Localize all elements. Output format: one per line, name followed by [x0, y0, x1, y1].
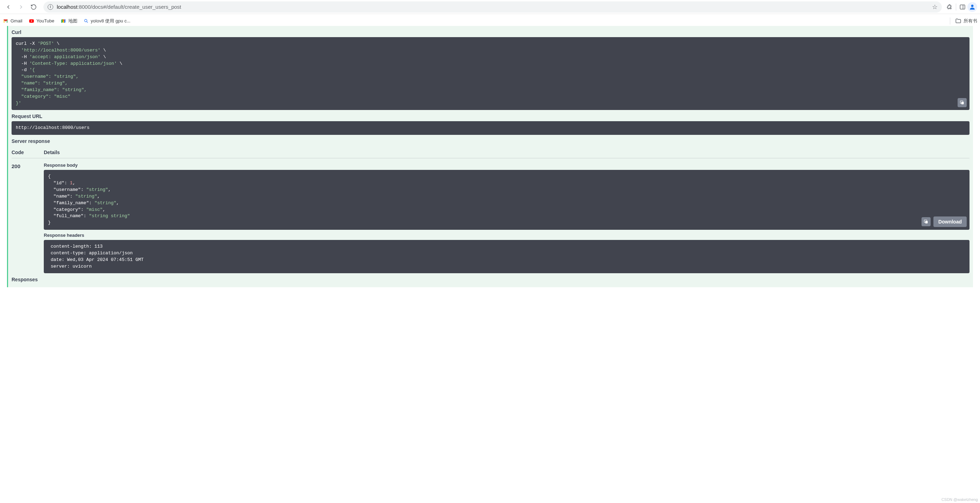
site-info-icon[interactable]: i [48, 4, 53, 10]
details-column-header: Details [44, 150, 969, 155]
response-row-200: 200 Response body { "id": 1, "username":… [11, 162, 969, 273]
bookmark-maps[interactable]: 地图 [60, 18, 77, 24]
responses-section-label: Responses [11, 273, 969, 283]
bookmark-label: YouTube [37, 18, 54, 24]
request-url-label: Request URL [11, 110, 969, 121]
svg-rect-7 [961, 102, 964, 104]
svg-point-2 [971, 5, 974, 7]
bookmark-label: 所有书 [964, 18, 977, 24]
copy-curl-button[interactable] [958, 98, 967, 107]
download-button[interactable]: Download [934, 216, 967, 227]
gmail-icon [3, 18, 8, 24]
bookmark-youtube[interactable]: YouTube [29, 18, 54, 24]
back-button[interactable] [3, 2, 14, 13]
svg-rect-8 [925, 221, 928, 223]
swagger-operation-panel: Curl curl -X 'POST' \ 'http://localhost:… [7, 26, 973, 287]
response-body-block: { "id": 1, "username": "string", "name":… [44, 170, 969, 230]
bookmark-search-yolov8[interactable]: yolov8 使用 gpu c... [84, 18, 130, 24]
response-status-code: 200 [11, 162, 44, 169]
bookmarks-separator [950, 18, 950, 24]
response-headers-block: content-length: 113 content-type: applic… [44, 240, 969, 273]
side-panel-icon[interactable] [959, 3, 966, 11]
url-text: localhost:8000/docs#/default/create_user… [57, 4, 929, 10]
copy-response-body-button[interactable] [921, 217, 931, 226]
youtube-icon [29, 18, 34, 24]
svg-point-4 [63, 19, 64, 21]
maps-icon [60, 18, 66, 24]
folder-icon [955, 18, 961, 24]
curl-code-block: curl -X 'POST' \ 'http://localhost:8000/… [11, 37, 969, 110]
page-content: Curl curl -X 'POST' \ 'http://localhost:… [0, 26, 980, 287]
server-response-label: Server response [11, 135, 969, 146]
extensions-icon[interactable] [946, 3, 953, 11]
bookmark-star-icon[interactable]: ☆ [932, 3, 938, 11]
bookmark-label: Gmail [11, 18, 22, 24]
bookmark-label: yolov8 使用 gpu c... [91, 18, 130, 24]
code-column-header: Code [11, 150, 44, 155]
bookmark-all-folder[interactable]: 所有书 [955, 18, 977, 24]
response-table-header: Code Details [11, 146, 969, 158]
reload-button[interactable] [28, 2, 39, 13]
forward-button[interactable] [16, 2, 27, 13]
svg-line-6 [87, 21, 88, 22]
browser-toolbar: i localhost:8000/docs#/default/create_us… [0, 0, 980, 14]
bookmark-gmail[interactable]: Gmail [3, 18, 22, 24]
address-bar[interactable]: i localhost:8000/docs#/default/create_us… [43, 2, 942, 13]
curl-section-label: Curl [11, 26, 969, 37]
response-body-label: Response body [44, 162, 969, 170]
svg-point-5 [84, 19, 87, 22]
request-url-block: http://localhost:8000/users [11, 121, 969, 135]
response-headers-label: Response headers [44, 230, 969, 240]
toolbar-separator [956, 3, 956, 11]
bookmark-label: 地图 [68, 18, 77, 24]
svg-rect-0 [960, 5, 965, 9]
response-details: Response body { "id": 1, "username": "st… [44, 162, 969, 273]
profile-avatar[interactable] [967, 2, 977, 12]
search-icon [84, 19, 89, 24]
